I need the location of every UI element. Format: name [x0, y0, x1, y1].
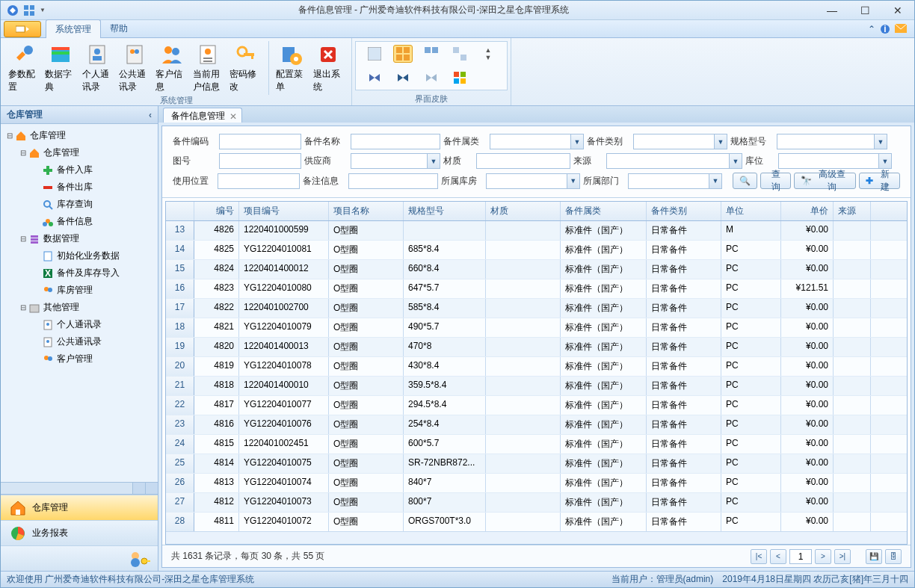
sidebar-collapse-icon[interactable]: ‹ — [149, 110, 152, 120]
dd-category2[interactable]: ▼ — [714, 134, 727, 149]
input-part-code[interactable] — [219, 134, 301, 149]
dd-source[interactable]: ▼ — [729, 153, 742, 169]
input-supplier[interactable] — [351, 153, 427, 169]
dd-warehouse[interactable]: ▼ — [567, 173, 580, 189]
input-remark[interactable] — [348, 173, 438, 189]
minimize-button[interactable]: — — [816, 1, 848, 19]
table-row[interactable]: 20 4819 YG12204010078 O型圈 430*8.4 标准件（国产… — [166, 357, 907, 377]
col-header-0[interactable] — [166, 202, 194, 220]
col-header-9[interactable]: 单价 — [781, 202, 834, 220]
table-row[interactable]: 16 4823 YG12204010080 O型圈 647*5.7 标准件（国产… — [166, 279, 907, 299]
col-header-8[interactable]: 单位 — [721, 202, 781, 220]
skin-item-2[interactable] — [393, 45, 413, 63]
tree-node-库存查询[interactable]: 库存查询 — [1, 196, 158, 213]
ribbon-客户信息[interactable]: 客户信息 — [154, 41, 188, 95]
col-header-7[interactable]: 备件类别 — [647, 202, 721, 220]
new-button[interactable]: ✚新建 — [859, 173, 900, 189]
tree-node-数据管理[interactable]: ⊟数据管理 — [1, 230, 158, 247]
tree-node-其他管理[interactable]: ⊟其他管理 — [1, 299, 158, 316]
input-dept[interactable] — [628, 173, 709, 189]
pager-export-icon[interactable]: 💾 — [866, 549, 882, 564]
dd-supplier[interactable]: ▼ — [427, 153, 440, 169]
grid-hscroll[interactable] — [166, 531, 907, 544]
table-row[interactable]: 26 4813 YG12204010074 O型圈 840*7 标准件（国产） … — [166, 474, 907, 493]
qat-icon[interactable] — [23, 4, 35, 16]
table-row[interactable]: 23 4816 YG12204010076 O型圈 254*8.4 标准件（国产… — [166, 415, 907, 435]
table-row[interactable]: 17 4822 1220401002700 O型圈 585*8.4 标准件（国产… — [166, 299, 907, 318]
table-row[interactable]: 15 4824 1220401400012 O型圈 660*8.4 标准件（国产… — [166, 260, 907, 279]
advanced-search-button[interactable]: 🔭高级查询 — [794, 173, 856, 189]
input-location[interactable] — [778, 153, 878, 169]
input-source[interactable] — [606, 153, 729, 169]
ribbon-密码修改[interactable]: 密码修改 — [228, 41, 262, 95]
pager-next[interactable]: > — [815, 549, 831, 564]
dd-location[interactable]: ▼ — [878, 153, 892, 169]
tree-node-备件出库[interactable]: 备件出库 — [1, 179, 158, 196]
tree-node-仓库管理[interactable]: ⊟仓库管理 — [1, 127, 158, 144]
skin-item-4[interactable] — [450, 45, 469, 63]
mail-icon[interactable] — [895, 24, 907, 34]
input-warehouse[interactable] — [486, 173, 567, 189]
table-row[interactable]: 25 4814 YG12204010075 O型圈 SR-72NBR872...… — [166, 454, 907, 474]
tree-node-备件入库[interactable]: 备件入库 — [1, 161, 158, 179]
ribbon-数据字典[interactable]: 数据字典 — [43, 41, 77, 95]
skin-vs-icon[interactable] — [365, 69, 384, 87]
col-header-6[interactable]: 备件属类 — [561, 202, 647, 220]
pager-prev[interactable]: < — [770, 549, 786, 564]
app-icon[interactable] — [7, 4, 19, 16]
tab-close-icon[interactable]: ✕ — [229, 111, 237, 122]
skin-item-3[interactable] — [422, 45, 441, 63]
tree-node-公共通讯录[interactable]: 公共通讯录 — [1, 333, 158, 350]
input-material[interactable] — [476, 153, 570, 169]
table-row[interactable]: 28 4811 YG12204010072 O型圈 ORGS700T*3.0 标… — [166, 513, 907, 531]
close-button[interactable]: ✕ — [881, 1, 914, 19]
user-key-icon[interactable] — [129, 551, 150, 567]
tree-node-初始化业务数据[interactable]: 初始化业务数据 — [1, 247, 158, 264]
document-tab[interactable]: 备件信息管理 ✕ — [163, 108, 242, 123]
tree-node-客户管理[interactable]: 客户管理 — [1, 350, 158, 368]
pager-last[interactable]: >| — [834, 549, 851, 564]
sidebar-section-warehouse[interactable]: 仓库管理 — [1, 495, 158, 520]
input-part-name[interactable] — [351, 134, 440, 149]
skin-vs3-icon[interactable] — [422, 69, 441, 87]
dd-spec[interactable]: ▼ — [874, 134, 887, 149]
skin-win-icon[interactable] — [450, 69, 469, 87]
table-row[interactable]: 18 4821 YG12204010079 O型圈 490*5.7 标准件（国产… — [166, 318, 907, 338]
ribbon-退出系统[interactable]: 退出系统 — [312, 41, 345, 95]
input-position[interactable] — [218, 173, 300, 189]
input-category2[interactable] — [633, 134, 714, 149]
tree-node-仓库管理[interactable]: ⊟仓库管理 — [1, 144, 158, 161]
search-icon-button[interactable]: 🔍 — [733, 173, 757, 189]
table-row[interactable]: 27 4812 YG12204010073 O型圈 800*7 标准件（国产） … — [166, 493, 907, 513]
maximize-button[interactable]: ☐ — [848, 1, 881, 19]
tree-node-个人通讯录[interactable]: 个人通讯录 — [1, 316, 158, 333]
pager-first[interactable]: |< — [751, 549, 767, 564]
pager-save-icon[interactable]: 🗄 — [885, 549, 902, 564]
table-row[interactable]: 14 4825 YG12204010081 O型圈 685*8.4 标准件（国产… — [166, 241, 907, 260]
col-header-5[interactable]: 材质 — [486, 202, 561, 220]
ribbon-公共通讯录[interactable]: 公共通讯录 — [117, 41, 151, 95]
sidebar-hscroll[interactable] — [1, 482, 158, 495]
skin-more-icon[interactable]: ▲▼ — [478, 45, 498, 63]
menu-tab-help[interactable]: 帮助 — [101, 19, 137, 38]
input-category1[interactable] — [490, 134, 570, 149]
sidebar-section-reports[interactable]: 业务报表 — [1, 520, 158, 545]
input-spec[interactable] — [777, 134, 874, 149]
skin-item-1[interactable] — [365, 45, 384, 63]
table-row[interactable]: 24 4815 1220401002451 O型圈 600*5.7 标准件（国产… — [166, 435, 907, 454]
grid-body[interactable]: 13 4826 1220401000599 O型圈 标准件（国产） 日常备件 M… — [166, 221, 907, 531]
ribbon-当前用户信息[interactable]: 当前用户信息 — [191, 41, 225, 95]
help-dropdown-icon[interactable]: ⌃ — [868, 24, 875, 34]
dd-category1[interactable]: ▼ — [570, 134, 584, 149]
col-header-3[interactable]: 项目名称 — [329, 202, 404, 220]
table-row[interactable]: 21 4818 1220401400010 O型圈 359.5*8.4 标准件（… — [166, 377, 907, 396]
menu-tab-system[interactable]: 系统管理 — [46, 19, 101, 40]
info-icon[interactable]: i — [880, 24, 890, 34]
table-row[interactable]: 13 4826 1220401000599 O型圈 标准件（国产） 日常备件 M… — [166, 221, 907, 241]
col-header-10[interactable]: 来源 — [834, 202, 871, 220]
ribbon-配置菜单[interactable]: 配置菜单 — [274, 41, 308, 95]
table-row[interactable]: 22 4817 YG12204010077 O型圈 294.5*8.4 标准件（… — [166, 396, 907, 415]
dd-dept[interactable]: ▼ — [709, 173, 722, 189]
ribbon-个人通讯录[interactable]: 个人通讯录 — [81, 41, 114, 95]
qat-dropdown-icon[interactable]: ▼ — [40, 7, 46, 13]
